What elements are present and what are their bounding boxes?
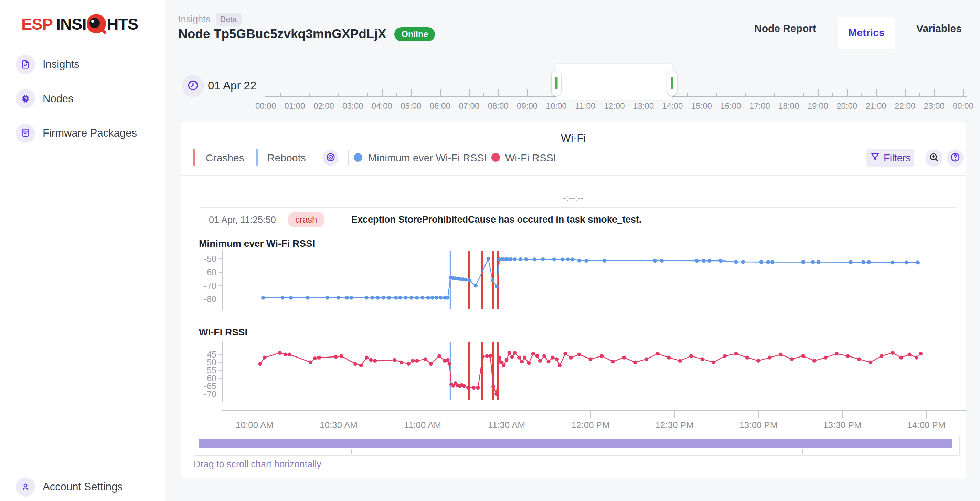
x-axis-tick [423, 411, 423, 418]
timeline-hour-label: 00:00 [948, 101, 978, 111]
timeline-hour-label: 09:00 [512, 101, 542, 111]
scrollbar-tick [201, 449, 201, 454]
firmware-box-icon [16, 124, 35, 143]
filter-funnel-icon [870, 152, 880, 164]
chart-wifi-rssi[interactable]: -45-50-55-60-65-70 [181, 340, 967, 402]
svg-text:-70: -70 [204, 281, 216, 290]
logo-text-insi: INSI [56, 14, 86, 33]
timeline-hour-label: 15:00 [686, 101, 717, 111]
event-row[interactable]: 01 Apr, 11:25:50 crash Exception StorePr… [200, 207, 956, 232]
timeline-half-hour-tick [949, 93, 950, 96]
timeline-half-hour-tick [745, 93, 746, 96]
timeline-half-hour-tick [803, 93, 804, 96]
timeline-hour-label: 13:00 [628, 101, 659, 111]
x-axis-label: 14:00 PM [904, 420, 949, 431]
timeline-date-label: 01 Apr 22 [208, 79, 256, 92]
series1-legend-label[interactable]: Minimum ever Wi-Fi RSSI [368, 152, 487, 164]
zoom-in-button[interactable] [925, 150, 942, 167]
scrollbar-tick [652, 449, 652, 454]
timeline-half-hour-tick [338, 93, 339, 96]
brush-handle-right[interactable] [667, 71, 677, 95]
x-axis-label: 13:30 PM [820, 420, 865, 431]
timeline-half-hour-tick [687, 93, 688, 96]
user-icon [16, 477, 35, 496]
timeline-hour-label: 17:00 [744, 101, 775, 111]
tab-node-report[interactable]: Node Report [751, 23, 820, 34]
visibility-toggle-button[interactable] [323, 150, 339, 166]
timeline-brush-selection[interactable] [557, 64, 672, 100]
timeline-half-hour-tick [861, 93, 862, 96]
timeline-half-hour-tick [716, 93, 717, 96]
timeline-hour-label: 05:00 [395, 101, 426, 111]
legend-bottom-divider [181, 175, 966, 176]
crashes-legend-marker [193, 149, 196, 166]
insights-doc-icon [16, 55, 35, 74]
timeline-hour-tick [760, 89, 760, 96]
timeline-hour-tick [876, 89, 877, 96]
timeline-half-hour-tick [368, 93, 368, 96]
crashes-legend-label[interactable]: Crashes [206, 152, 244, 164]
x-axis-label: 11:30 AM [484, 420, 529, 431]
timeline-half-hour-tick [891, 93, 891, 96]
timeline-half-hour-tick [774, 93, 775, 96]
timeline-half-hour-tick [280, 93, 281, 96]
timeline-hour-label: 16:00 [715, 101, 746, 111]
sidebar-item-label: Firmware Packages [43, 127, 137, 139]
timeline-hour-label: 14:00 [657, 101, 688, 111]
tab-metrics[interactable]: Metrics [838, 17, 895, 49]
x-axis-label: 11:00 AM [400, 420, 445, 431]
sidebar: ESPINSI HTS Insights [0, 0, 165, 501]
timeline-hour-label: 11:00 [570, 101, 601, 111]
app-logo: ESPINSI HTS [21, 13, 138, 34]
series1-legend-dot [354, 153, 362, 162]
chart-horizontal-scrollbar[interactable] [194, 436, 960, 456]
timeline-hour-tick [324, 89, 325, 96]
timeline-half-hour-tick [455, 93, 455, 96]
tab-variables[interactable]: Variables [905, 23, 974, 34]
scrollbar-thumb[interactable] [199, 439, 953, 448]
hover-time-readout: -:--:-- [181, 193, 966, 204]
timeline-half-hour-tick [426, 93, 426, 96]
crash-event-line [468, 342, 470, 400]
timeline-hour-tick [440, 89, 441, 96]
timeline-hour-label: 06:00 [425, 101, 456, 111]
x-axis-tick [759, 411, 759, 418]
timeline-hour-label: 10:00 [541, 101, 572, 111]
timeline-half-hour-tick [542, 93, 542, 96]
logo-eye-icon [87, 14, 106, 33]
breadcrumb-insights[interactable]: Insights [178, 14, 210, 25]
eye-icon [326, 152, 336, 164]
timeline-hour-label: 02:00 [308, 101, 339, 111]
timeline-half-hour-tick [309, 93, 310, 96]
x-axis-tick [339, 411, 339, 418]
timeline-hour-tick [353, 89, 353, 96]
chart-min-ever-wifi-rssi[interactable]: -50-60-70-80 [181, 250, 967, 312]
status-badge: Online [395, 27, 435, 41]
timeline-hour-label: 04:00 [366, 101, 398, 111]
timeline-half-hour-tick [484, 93, 484, 96]
reboots-legend-label[interactable]: Reboots [267, 152, 306, 164]
filters-button[interactable]: Filters [867, 149, 914, 167]
help-button[interactable] [947, 150, 964, 167]
timeline-hour-label: 18:00 [773, 101, 804, 111]
timeline-hour-label: 03:00 [337, 101, 368, 111]
date-picker-button[interactable] [182, 75, 204, 97]
logo-text-hts: HTS [107, 14, 138, 33]
sidebar-item-firmware-packages[interactable]: Firmware Packages [0, 119, 165, 147]
sidebar-item-insights[interactable]: Insights [0, 51, 165, 78]
esp-insights-app: ESPINSI HTS Insights [0, 0, 980, 501]
series2-legend-label[interactable]: Wi-Fi RSSI [505, 152, 556, 164]
brush-handle-left[interactable] [552, 71, 561, 95]
scrollbar-tick [502, 449, 502, 454]
sidebar-item-nodes[interactable]: Nodes [0, 85, 165, 113]
timeline-hour-tick [730, 89, 731, 96]
event-message: Exception StoreProhibitedCause has occur… [351, 215, 641, 225]
beta-badge: Beta [216, 13, 242, 26]
timeline-hour-tick [934, 89, 935, 96]
x-axis-tick [506, 411, 507, 418]
timeline-half-hour-tick [513, 93, 514, 96]
x-axis-tick [842, 411, 843, 418]
sidebar-item-account-settings[interactable]: Account Settings [0, 473, 165, 501]
timeline-hour-tick [294, 89, 295, 96]
timeline-hour-label: 20:00 [831, 101, 862, 111]
